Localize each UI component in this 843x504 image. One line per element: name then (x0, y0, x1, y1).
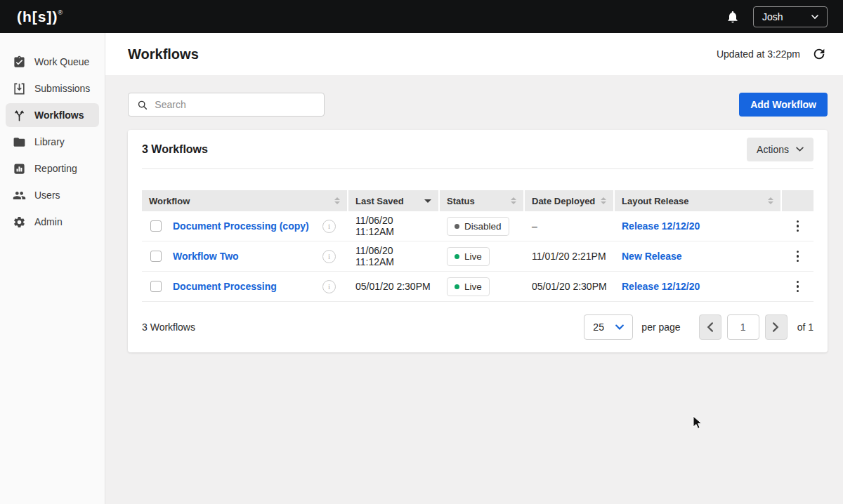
sidebar-item-label: Work Queue (34, 56, 89, 67)
column-header-workflow[interactable]: Workflow (142, 190, 348, 211)
sidebar-item-label: Users (34, 190, 60, 201)
add-workflow-button[interactable]: Add Workflow (739, 93, 828, 117)
layout-release-link[interactable]: Release 12/12/20 (622, 281, 700, 292)
row-menu-kebab-icon[interactable] (791, 218, 805, 235)
chevron-down-icon (615, 324, 624, 330)
footer-workflow-count: 3 Workflows (142, 321, 195, 333)
page-header: Workflows Updated at 3:22pm (105, 33, 843, 75)
sidebar-item-library[interactable]: Library (6, 130, 99, 154)
table-row: Document Processing (copy) i 11/06/20 11… (142, 211, 813, 241)
sidebar: Work Queue Submissions Workflows Library… (0, 33, 105, 504)
column-header-layout-release[interactable]: Layout Release (615, 190, 782, 211)
workflows-table: Workflow Last Saved Status Date Deployed (142, 190, 813, 302)
sidebar-item-reporting[interactable]: Reporting (6, 157, 99, 180)
refresh-icon[interactable] (811, 46, 827, 62)
topbar: (h[s])® Josh (0, 0, 843, 33)
actions-label: Actions (757, 144, 789, 155)
page-number-input[interactable] (727, 314, 759, 340)
last-saved-cell: 11/06/20 11:12AM (348, 215, 440, 237)
workflow-link[interactable]: Document Processing (copy) (173, 220, 309, 232)
sort-icon (511, 197, 516, 204)
layout-release-link[interactable]: New Release (622, 251, 682, 262)
search-box[interactable] (128, 93, 325, 117)
next-page-button[interactable] (765, 314, 788, 340)
table-row: Document Processing i 05/01/20 2:30PM Li… (142, 272, 813, 302)
row-checkbox[interactable] (150, 251, 162, 262)
date-deployed-cell: – (525, 220, 615, 232)
column-header-date-deployed[interactable]: Date Deployed (525, 190, 615, 211)
people-icon (13, 189, 26, 202)
page-size-select[interactable]: 25 (584, 314, 633, 340)
sidebar-item-label: Library (34, 136, 65, 147)
row-menu-kebab-icon[interactable] (791, 248, 805, 265)
search-input[interactable] (155, 99, 315, 110)
last-saved-cell: 11/06/20 11:12AM (348, 245, 440, 267)
workflow-link[interactable]: Workflow Two (173, 251, 239, 262)
table-footer: 3 Workflows 25 per page of 1 (142, 302, 813, 352)
status-dot (455, 224, 459, 229)
status-cell: Disabled (440, 217, 525, 236)
sort-icon (334, 197, 340, 204)
workflows-card: 3 Workflows Actions Workflow Last Saved (128, 130, 828, 352)
sidebar-item-users[interactable]: Users (6, 183, 99, 207)
table-header-row: Workflow Last Saved Status Date Deployed (142, 190, 813, 211)
user-menu[interactable]: Josh (753, 6, 828, 27)
status-badge: Live (447, 277, 490, 296)
column-header-status[interactable]: Status (440, 190, 525, 211)
sidebar-item-label: Workflows (34, 110, 84, 121)
table-row: Workflow Two i 11/06/20 11:12AM Live 11/… (142, 241, 813, 272)
workflow-count-title: 3 Workflows (142, 143, 208, 156)
sort-icon (601, 197, 606, 204)
sidebar-item-workflows[interactable]: Workflows (6, 103, 99, 127)
layout-release-link[interactable]: Release 12/12/20 (622, 220, 700, 232)
notifications-bell-icon[interactable] (725, 9, 740, 25)
info-icon[interactable]: i (322, 250, 336, 263)
page-total-label: of 1 (797, 321, 813, 333)
column-header-last-saved[interactable]: Last Saved (348, 190, 440, 211)
sidebar-item-label: Admin (34, 216, 63, 227)
status-badge: Live (447, 247, 490, 266)
status-cell: Live (440, 247, 525, 266)
toolbar: Add Workflow (128, 93, 828, 117)
gear-icon (13, 215, 26, 229)
user-name: Josh (762, 11, 783, 22)
row-checkbox[interactable] (150, 281, 162, 292)
actions-dropdown-button[interactable]: Actions (747, 138, 813, 161)
date-deployed-cell: 11/01/20 2:21PM (525, 251, 615, 262)
row-checkbox[interactable] (150, 220, 162, 232)
clipboard-check-icon (13, 55, 26, 69)
workflow-link[interactable]: Document Processing (173, 281, 277, 292)
inbox-download-icon (13, 82, 26, 95)
main-content: Workflows Updated at 3:22pm Add Workflow… (105, 33, 843, 504)
status-dot (455, 254, 459, 259)
sidebar-item-label: Submissions (34, 83, 90, 94)
previous-page-button[interactable] (699, 314, 721, 340)
status-cell: Live (440, 277, 525, 296)
bar-chart-icon (13, 162, 26, 175)
pagination: 25 per page of 1 (584, 314, 813, 340)
branch-icon (13, 109, 26, 122)
sidebar-item-submissions[interactable]: Submissions (6, 77, 99, 100)
sort-desc-icon (424, 199, 431, 203)
chevron-down-icon (811, 13, 818, 20)
column-header-actions (782, 190, 813, 211)
status-dot (455, 284, 459, 289)
updated-timestamp: Updated at 3:22pm (717, 48, 800, 60)
status-badge: Disabled (447, 217, 509, 236)
sidebar-item-admin[interactable]: Admin (6, 210, 99, 234)
registered-mark: ® (58, 9, 63, 16)
per-page-label: per page (641, 321, 680, 333)
chevron-down-icon (796, 147, 804, 152)
sidebar-item-label: Reporting (34, 163, 77, 174)
last-saved-cell: 05/01/20 2:30PM (348, 281, 440, 292)
sort-icon (768, 197, 773, 204)
info-icon[interactable]: i (322, 220, 336, 233)
sidebar-item-work-queue[interactable]: Work Queue (6, 50, 99, 74)
hyperscience-logo: (h[s])® (17, 8, 63, 25)
folder-icon (13, 135, 26, 149)
info-icon[interactable]: i (322, 280, 336, 293)
date-deployed-cell: 05/01/20 2:30PM (525, 281, 615, 292)
page-title: Workflows (128, 46, 199, 62)
row-menu-kebab-icon[interactable] (791, 278, 805, 296)
chevron-right-icon (773, 322, 779, 332)
